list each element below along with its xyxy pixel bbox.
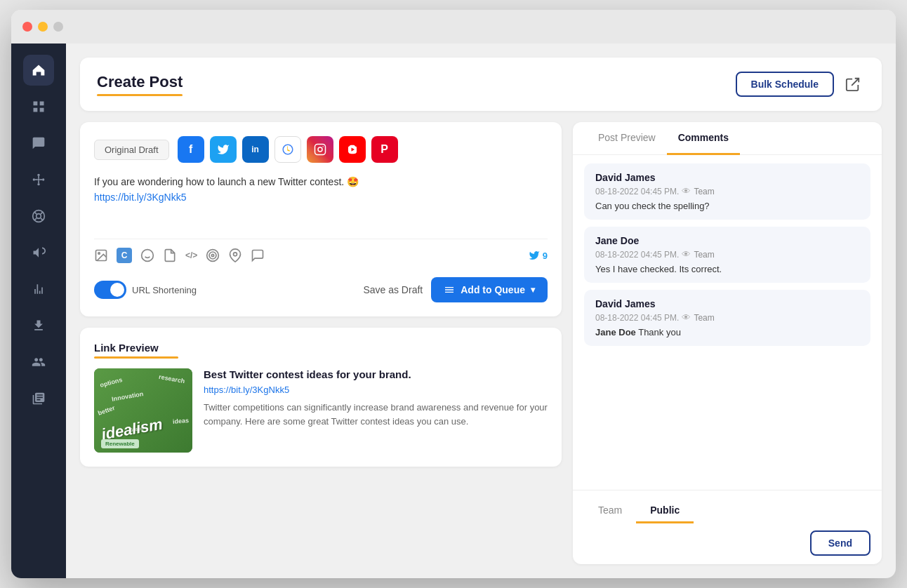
- sidebar-item-broadcast[interactable]: [23, 237, 54, 268]
- preview-column: Post Preview Comments David James: [573, 122, 882, 564]
- comment-author-3: David James: [595, 298, 859, 309]
- link-preview-info: Best Twitter contest ideas for your bran…: [204, 368, 548, 453]
- svg-point-2: [42, 178, 44, 180]
- link-preview-underline: [94, 356, 178, 359]
- svg-point-3: [33, 178, 35, 180]
- sidebar-item-grid[interactable]: [23, 91, 54, 122]
- linkedin-icon[interactable]: in: [242, 136, 269, 163]
- file-toolbar-icon[interactable]: [163, 248, 177, 262]
- thread-toolbar-icon[interactable]: [251, 248, 265, 262]
- sidebar: [11, 44, 66, 578]
- comments-list: David James 08-18-2022 04:45 PM. 👁 Team …: [573, 155, 882, 490]
- draft-label: Original Draft: [94, 140, 169, 160]
- compose-bottom: URL Shortening Save as Draft Add to Queu…: [94, 277, 548, 302]
- svg-line-11: [34, 212, 37, 214]
- facebook-icon[interactable]: f: [178, 136, 204, 163]
- traffic-lights: [22, 22, 63, 32]
- header-actions: Bulk Schedule: [736, 72, 865, 97]
- content-toolbar-icon[interactable]: C: [117, 248, 132, 263]
- word-art-2: Innovation: [111, 390, 144, 403]
- code-toolbar-icon[interactable]: </>: [185, 250, 197, 260]
- send-row: Send: [584, 530, 870, 556]
- svg-rect-16: [315, 145, 325, 155]
- send-button[interactable]: Send: [810, 530, 870, 556]
- instagram-icon[interactable]: [307, 136, 333, 163]
- tab-public[interactable]: Public: [636, 499, 694, 523]
- titlebar: [11, 10, 896, 44]
- toggle-label: URL Shortening: [132, 285, 197, 295]
- save-draft-button[interactable]: Save as Draft: [363, 284, 423, 295]
- comments-panel: Post Preview Comments David James: [573, 122, 882, 564]
- sidebar-item-analytics[interactable]: [23, 274, 54, 305]
- visibility-eye-icon-3: 👁: [682, 312, 691, 323]
- tab-team[interactable]: Team: [584, 499, 636, 523]
- sidebar-item-downloads[interactable]: [23, 310, 54, 341]
- comment-type-tabs: Team Public: [584, 499, 870, 523]
- twitter-icon[interactable]: [210, 136, 237, 163]
- sidebar-item-library[interactable]: [23, 383, 54, 414]
- header-card: Create Post Bulk Schedule: [80, 58, 882, 111]
- team-label-3: Team: [694, 313, 714, 323]
- visibility-eye-icon-2: 👁: [682, 249, 691, 260]
- minimize-button[interactable]: [38, 22, 48, 32]
- tweet-char-count: 9: [529, 250, 548, 261]
- social-icons: f in: [178, 136, 398, 163]
- youtube-icon[interactable]: [339, 136, 366, 163]
- tab-post-preview[interactable]: Post Preview: [587, 122, 667, 155]
- google-mybusiness-icon[interactable]: [274, 136, 301, 163]
- image-toolbar-icon[interactable]: [94, 248, 108, 262]
- compose-preview: Original Draft f in: [80, 122, 882, 564]
- link-preview-headline: Best Twitter contest ideas for your bran…: [204, 368, 548, 380]
- emoji-toolbar-icon[interactable]: [140, 248, 154, 262]
- tab-comments[interactable]: Comments: [667, 122, 740, 155]
- svg-point-26: [212, 254, 214, 256]
- svg-point-1: [37, 174, 39, 176]
- pinterest-icon[interactable]: P: [371, 136, 398, 163]
- link-preview-image-inner: options Innovation better research ideas…: [94, 368, 192, 453]
- svg-line-14: [34, 218, 37, 220]
- link-preview-card: Link Preview options Innovation better r…: [80, 328, 562, 467]
- sidebar-item-support[interactable]: [23, 201, 54, 232]
- comment-card-2: Jane Doe 08-18-2022 04:45 PM. 👁 Team Yes…: [584, 227, 870, 283]
- svg-line-15: [852, 79, 859, 86]
- comment-mention: Jane Doe: [595, 327, 636, 338]
- svg-point-17: [318, 147, 322, 152]
- compose-link[interactable]: https://bit.ly/3KgNkk5: [94, 192, 187, 203]
- sidebar-item-team[interactable]: [23, 347, 54, 377]
- comment-card-3: David James 08-18-2022 04:45 PM. 👁 Team …: [584, 290, 870, 346]
- team-label-1: Team: [694, 187, 714, 196]
- team-label-2: Team: [694, 250, 714, 260]
- target-toolbar-icon[interactable]: [206, 248, 220, 262]
- export-icon[interactable]: [841, 72, 865, 96]
- page-title-wrap: Create Post: [97, 73, 183, 96]
- link-preview-url[interactable]: https://bit.ly/3KgNkk5: [204, 385, 548, 395]
- bulk-schedule-button[interactable]: Bulk Schedule: [736, 72, 834, 97]
- sidebar-item-home[interactable]: [23, 55, 54, 86]
- main-content: Create Post Bulk Schedule: [66, 44, 896, 578]
- svg-line-13: [41, 212, 43, 214]
- sidebar-item-network[interactable]: [23, 164, 54, 195]
- location-toolbar-icon[interactable]: [228, 248, 242, 262]
- sidebar-item-chat[interactable]: [23, 128, 54, 159]
- svg-point-27: [234, 253, 237, 256]
- comment-meta-3: 08-18-2022 04:45 PM. 👁 Team: [595, 312, 859, 323]
- link-preview-section-title: Link Preview: [94, 342, 548, 359]
- close-button[interactable]: [22, 22, 32, 32]
- svg-point-18: [322, 146, 324, 147]
- svg-point-25: [209, 252, 216, 259]
- maximize-button[interactable]: [53, 22, 63, 32]
- svg-line-12: [41, 218, 43, 220]
- svg-point-10: [37, 214, 41, 219]
- panel-tabs: Post Preview Comments: [573, 122, 882, 155]
- app-window: Create Post Bulk Schedule: [11, 10, 896, 578]
- link-preview-desc: Twitter competitions can significantly i…: [204, 401, 548, 428]
- toggle-switch[interactable]: [94, 281, 126, 299]
- renewable-badge: Renewable: [101, 439, 139, 448]
- add-to-queue-button[interactable]: Add to Queue ▾: [431, 277, 548, 302]
- visibility-eye-icon-1: 👁: [682, 186, 691, 196]
- title-underline: [97, 94, 183, 96]
- toggle-knob: [110, 283, 124, 297]
- url-shortening-toggle[interactable]: URL Shortening: [94, 281, 197, 299]
- compose-text-area[interactable]: If you are wondering how to launch a new…: [94, 174, 548, 230]
- svg-point-20: [98, 253, 100, 255]
